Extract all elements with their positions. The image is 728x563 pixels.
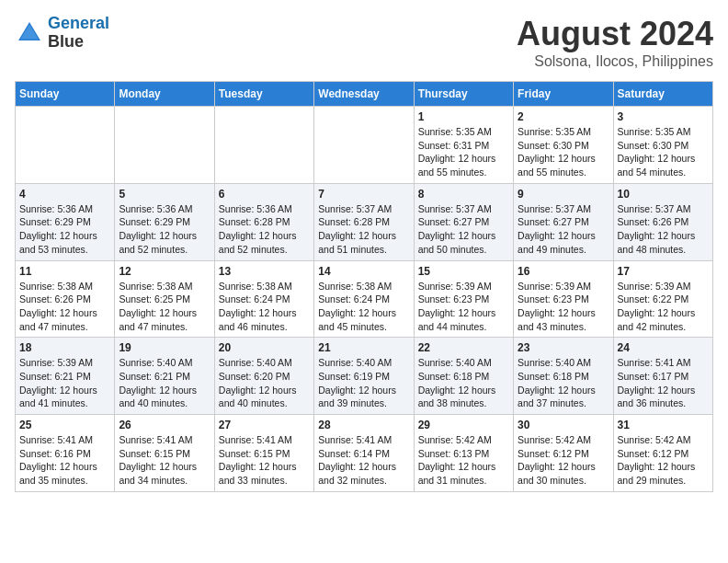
- day-info: Sunrise: 5:41 AM Sunset: 6:15 PM Dayligh…: [219, 433, 310, 488]
- day-info: Sunrise: 5:36 AM Sunset: 6:28 PM Dayligh…: [219, 202, 310, 257]
- calendar-cell: 31Sunrise: 5:42 AM Sunset: 6:12 PM Dayli…: [613, 415, 712, 492]
- calendar-cell: 19Sunrise: 5:40 AM Sunset: 6:21 PM Dayli…: [115, 338, 214, 415]
- calendar-cell: 20Sunrise: 5:40 AM Sunset: 6:20 PM Dayli…: [214, 338, 313, 415]
- page-title: August 2024: [517, 15, 713, 53]
- calendar-cell: 17Sunrise: 5:39 AM Sunset: 6:22 PM Dayli…: [613, 260, 712, 338]
- day-info: Sunrise: 5:39 AM Sunset: 6:21 PM Dayligh…: [19, 356, 110, 410]
- day-number: 27: [219, 419, 310, 431]
- calendar-cell: 2Sunrise: 5:35 AM Sunset: 6:30 PM Daylig…: [514, 107, 613, 184]
- day-info: Sunrise: 5:36 AM Sunset: 6:29 PM Dayligh…: [119, 202, 210, 257]
- calendar-cell: [314, 107, 414, 184]
- calendar-cell: 10Sunrise: 5:37 AM Sunset: 6:26 PM Dayli…: [613, 183, 712, 260]
- calendar-cell: 18Sunrise: 5:39 AM Sunset: 6:21 PM Dayli…: [16, 338, 115, 415]
- calendar-cell: 29Sunrise: 5:42 AM Sunset: 6:13 PM Dayli…: [414, 415, 513, 492]
- calendar-cell: 7Sunrise: 5:37 AM Sunset: 6:28 PM Daylig…: [314, 183, 414, 260]
- day-number: 8: [418, 188, 509, 201]
- day-number: 24: [618, 341, 709, 354]
- day-info: Sunrise: 5:42 AM Sunset: 6:13 PM Dayligh…: [418, 433, 509, 488]
- calendar-cell: 9Sunrise: 5:37 AM Sunset: 6:27 PM Daylig…: [514, 183, 613, 260]
- day-number: 28: [318, 419, 409, 431]
- calendar-table: SundayMondayTuesdayWednesdayThursdayFrid…: [15, 81, 713, 492]
- day-info: Sunrise: 5:40 AM Sunset: 6:18 PM Dayligh…: [418, 356, 509, 410]
- day-info: Sunrise: 5:39 AM Sunset: 6:23 PM Dayligh…: [418, 280, 509, 334]
- calendar-cell: 1Sunrise: 5:35 AM Sunset: 6:31 PM Daylig…: [414, 107, 513, 184]
- column-header-tuesday: Tuesday: [214, 82, 313, 107]
- day-number: 23: [518, 341, 609, 354]
- svg-marker-1: [20, 24, 38, 39]
- day-info: Sunrise: 5:40 AM Sunset: 6:21 PM Dayligh…: [119, 356, 210, 410]
- day-info: Sunrise: 5:40 AM Sunset: 6:20 PM Dayligh…: [219, 356, 310, 410]
- calendar-cell: 5Sunrise: 5:36 AM Sunset: 6:29 PM Daylig…: [115, 183, 214, 260]
- calendar-cell: 4Sunrise: 5:36 AM Sunset: 6:29 PM Daylig…: [16, 183, 115, 260]
- column-header-saturday: Saturday: [613, 82, 712, 107]
- day-info: Sunrise: 5:40 AM Sunset: 6:19 PM Dayligh…: [318, 356, 409, 410]
- calendar-cell: 3Sunrise: 5:35 AM Sunset: 6:30 PM Daylig…: [613, 107, 712, 184]
- day-info: Sunrise: 5:38 AM Sunset: 6:25 PM Dayligh…: [119, 280, 210, 334]
- calendar-cell: 13Sunrise: 5:38 AM Sunset: 6:24 PM Dayli…: [214, 260, 313, 338]
- calendar-cell: 8Sunrise: 5:37 AM Sunset: 6:27 PM Daylig…: [414, 183, 513, 260]
- day-number: 12: [119, 265, 210, 278]
- calendar-cell: 21Sunrise: 5:40 AM Sunset: 6:19 PM Dayli…: [314, 338, 414, 415]
- day-info: Sunrise: 5:41 AM Sunset: 6:17 PM Dayligh…: [618, 356, 709, 410]
- day-number: 1: [418, 110, 509, 123]
- column-header-thursday: Thursday: [414, 82, 513, 107]
- day-number: 20: [219, 341, 310, 354]
- calendar-cell: [115, 107, 214, 184]
- day-info: Sunrise: 5:41 AM Sunset: 6:15 PM Dayligh…: [119, 433, 210, 488]
- calendar-cell: 23Sunrise: 5:40 AM Sunset: 6:18 PM Dayli…: [514, 338, 613, 415]
- calendar-cell: 16Sunrise: 5:39 AM Sunset: 6:23 PM Dayli…: [514, 260, 613, 338]
- day-number: 2: [518, 110, 609, 123]
- day-info: Sunrise: 5:35 AM Sunset: 6:30 PM Dayligh…: [518, 125, 609, 179]
- day-info: Sunrise: 5:40 AM Sunset: 6:18 PM Dayligh…: [518, 356, 609, 410]
- day-number: 16: [518, 265, 609, 278]
- day-info: Sunrise: 5:38 AM Sunset: 6:24 PM Dayligh…: [219, 280, 310, 334]
- day-number: 13: [219, 265, 310, 278]
- calendar-cell: 22Sunrise: 5:40 AM Sunset: 6:18 PM Dayli…: [414, 338, 513, 415]
- page-header: General Blue August 2024 Solsona, Ilocos…: [15, 15, 713, 70]
- day-info: Sunrise: 5:37 AM Sunset: 6:27 PM Dayligh…: [518, 202, 609, 257]
- day-info: Sunrise: 5:37 AM Sunset: 6:26 PM Dayligh…: [618, 202, 709, 257]
- column-header-monday: Monday: [115, 82, 214, 107]
- calendar-cell: 30Sunrise: 5:42 AM Sunset: 6:12 PM Dayli…: [514, 415, 613, 492]
- day-info: Sunrise: 5:42 AM Sunset: 6:12 PM Dayligh…: [518, 433, 609, 488]
- day-number: 29: [418, 419, 509, 431]
- calendar-week-row: 11Sunrise: 5:38 AM Sunset: 6:26 PM Dayli…: [16, 260, 713, 338]
- day-number: 6: [219, 188, 310, 201]
- day-info: Sunrise: 5:37 AM Sunset: 6:27 PM Dayligh…: [418, 202, 509, 257]
- day-info: Sunrise: 5:41 AM Sunset: 6:16 PM Dayligh…: [19, 433, 110, 488]
- day-info: Sunrise: 5:36 AM Sunset: 6:29 PM Dayligh…: [19, 202, 110, 257]
- logo-text: General Blue: [48, 15, 109, 52]
- calendar-header-row: SundayMondayTuesdayWednesdayThursdayFrid…: [16, 82, 713, 107]
- calendar-cell: 27Sunrise: 5:41 AM Sunset: 6:15 PM Dayli…: [214, 415, 313, 492]
- day-number: 10: [618, 188, 709, 201]
- day-number: 25: [19, 419, 110, 431]
- day-info: Sunrise: 5:42 AM Sunset: 6:12 PM Dayligh…: [618, 433, 709, 488]
- day-number: 15: [418, 265, 509, 278]
- day-info: Sunrise: 5:38 AM Sunset: 6:26 PM Dayligh…: [19, 280, 110, 334]
- calendar-cell: 14Sunrise: 5:38 AM Sunset: 6:24 PM Dayli…: [314, 260, 414, 338]
- day-number: 3: [618, 110, 709, 123]
- day-info: Sunrise: 5:35 AM Sunset: 6:30 PM Dayligh…: [618, 125, 709, 179]
- day-number: 4: [19, 188, 110, 201]
- day-number: 22: [418, 341, 509, 354]
- day-number: 21: [318, 341, 409, 354]
- day-number: 9: [518, 188, 609, 201]
- calendar-cell: 12Sunrise: 5:38 AM Sunset: 6:25 PM Dayli…: [115, 260, 214, 338]
- day-info: Sunrise: 5:39 AM Sunset: 6:22 PM Dayligh…: [618, 280, 709, 334]
- column-header-friday: Friday: [514, 82, 613, 107]
- day-number: 11: [19, 265, 110, 278]
- calendar-cell: [16, 107, 115, 184]
- day-number: 18: [19, 341, 110, 354]
- day-number: 17: [618, 265, 709, 278]
- column-header-sunday: Sunday: [16, 82, 115, 107]
- calendar-cell: 28Sunrise: 5:41 AM Sunset: 6:14 PM Dayli…: [314, 415, 414, 492]
- calendar-cell: 25Sunrise: 5:41 AM Sunset: 6:16 PM Dayli…: [16, 415, 115, 492]
- calendar-cell: [214, 107, 313, 184]
- day-info: Sunrise: 5:37 AM Sunset: 6:28 PM Dayligh…: [318, 202, 409, 257]
- page-subtitle: Solsona, Ilocos, Philippines: [517, 53, 713, 70]
- logo: General Blue: [15, 15, 109, 52]
- day-number: 5: [119, 188, 210, 201]
- day-info: Sunrise: 5:39 AM Sunset: 6:23 PM Dayligh…: [518, 280, 609, 334]
- day-number: 31: [618, 419, 709, 431]
- day-number: 7: [318, 188, 409, 201]
